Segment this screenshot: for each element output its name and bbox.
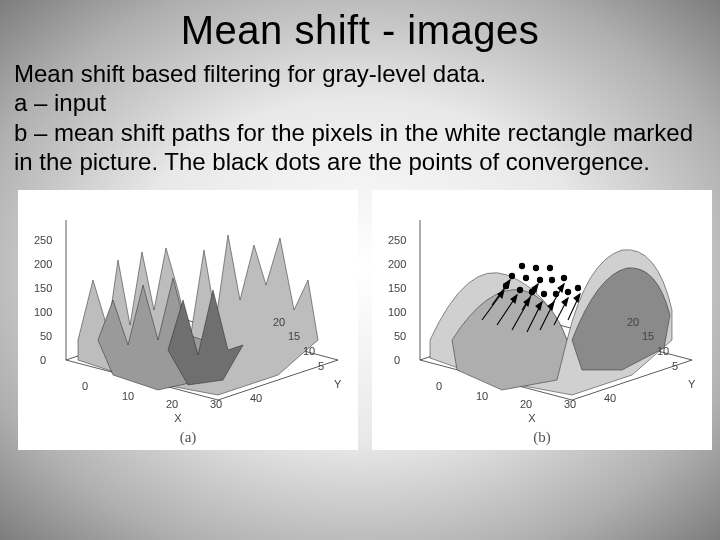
svg-point-32 (549, 277, 554, 282)
svg-point-25 (541, 291, 546, 296)
fig-a-y2: 15 (288, 330, 300, 342)
fig-a-z3: 150 (34, 282, 52, 294)
svg-point-22 (503, 283, 508, 288)
svg-point-34 (519, 263, 524, 268)
fig-b-x1: 10 (476, 390, 488, 402)
fig-a-z1: 50 (40, 330, 52, 342)
svg-point-24 (529, 289, 534, 294)
fig-a-x3: 30 (210, 398, 222, 410)
body-line-3: b – mean shift paths for the pixels in t… (14, 118, 702, 177)
fig-b-z0: 0 (394, 354, 400, 366)
svg-point-30 (523, 275, 528, 280)
fig-a-z4: 200 (34, 258, 52, 270)
fig-b-z3: 150 (388, 282, 406, 294)
svg-marker-21 (558, 284, 564, 292)
fig-b-xlabel: X (528, 412, 536, 424)
fig-b-x4: 40 (604, 392, 616, 404)
fig-a-x1: 10 (122, 390, 134, 402)
body-text: Mean shift based filtering for gray-leve… (0, 53, 720, 176)
fig-a-y0: 5 (318, 360, 324, 372)
figure-a-caption: (a) (18, 429, 358, 446)
fig-b-y2: 15 (642, 330, 654, 342)
fig-a-x2: 20 (166, 398, 178, 410)
svg-point-23 (517, 287, 522, 292)
svg-point-28 (575, 285, 580, 290)
body-line-2: a – input (14, 88, 702, 117)
svg-point-35 (533, 265, 538, 270)
figure-a: 0 50 100 150 200 250 X Y 0 (18, 190, 358, 450)
figure-b-caption: (b) (372, 429, 712, 446)
fig-a-z2: 100 (34, 306, 52, 318)
fig-a-x0: 0 (82, 380, 88, 392)
fig-b-x2: 20 (520, 398, 532, 410)
svg-point-26 (553, 291, 558, 296)
fig-a-ylabel: Y (334, 378, 342, 390)
fig-a-z5: 250 (34, 234, 52, 246)
figure-row: 0 50 100 150 200 250 X Y 0 (0, 176, 720, 450)
figure-b-plot: 0 50 100 150 200 250 (372, 190, 712, 430)
fig-a-y3: 20 (273, 316, 285, 328)
fig-b-z4: 200 (388, 258, 406, 270)
svg-marker-13 (562, 298, 568, 306)
fig-b-z5: 250 (388, 234, 406, 246)
fig-b-x3: 30 (564, 398, 576, 410)
fig-a-x4: 40 (250, 392, 262, 404)
fig-a-y1: 10 (303, 345, 315, 357)
fig-b-z2: 100 (388, 306, 406, 318)
fig-a-xlabel: X (174, 412, 182, 424)
svg-point-27 (565, 289, 570, 294)
figure-b: 0 50 100 150 200 250 (372, 190, 712, 450)
svg-point-31 (537, 277, 542, 282)
figure-a-plot: 0 50 100 150 200 250 X Y 0 (18, 190, 358, 430)
fig-b-y3: 20 (627, 316, 639, 328)
page-title: Mean shift - images (0, 0, 720, 53)
body-line-1: Mean shift based filtering for gray-leve… (14, 59, 702, 88)
fig-a-z0: 0 (40, 354, 46, 366)
fig-b-z1: 50 (394, 330, 406, 342)
svg-point-36 (547, 265, 552, 270)
fig-b-x0: 0 (436, 380, 442, 392)
svg-point-33 (561, 275, 566, 280)
fig-b-y1: 10 (657, 345, 669, 357)
fig-b-y0: 5 (672, 360, 678, 372)
fig-b-ylabel: Y (688, 378, 696, 390)
svg-point-29 (509, 273, 514, 278)
